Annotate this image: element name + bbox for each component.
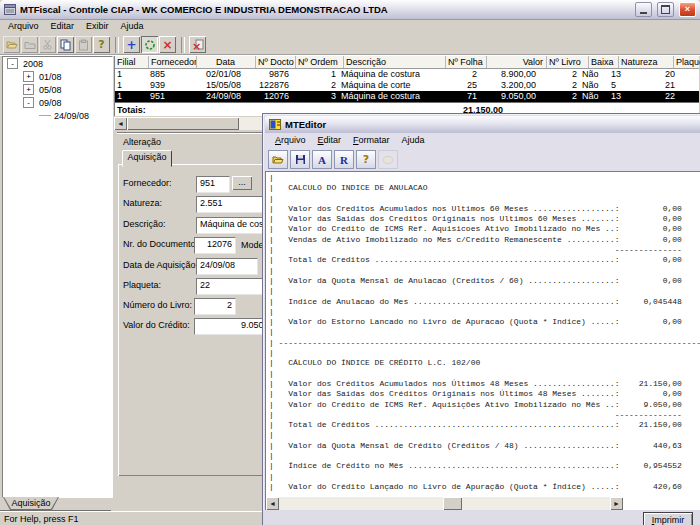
collapse-icon[interactable]: -	[7, 58, 18, 69]
bottom-tab-aquisicao[interactable]: Aquisição	[3, 497, 59, 510]
column-header-5[interactable]: Descrição	[344, 56, 446, 68]
editor-icon	[269, 119, 281, 130]
column-header-1[interactable]: Fornecedor	[149, 56, 197, 68]
documents-grid: FilialFornecedorDataNº DoctoNº OrdemDesc…	[114, 56, 699, 116]
table-row[interactable]: 195124/09/08120763Máquina de costura719.…	[115, 91, 699, 102]
cell: 22	[663, 91, 700, 102]
column-header-7[interactable]: Valor	[487, 56, 547, 68]
cell: 20	[663, 69, 700, 80]
tree-item-2008[interactable]: -2008	[3, 57, 112, 70]
tree-item-09-08[interactable]: -09/08	[3, 96, 112, 109]
field-fornecedor[interactable]: 951	[196, 176, 230, 193]
field-label: Natureza:	[123, 198, 162, 208]
cell: 13	[609, 69, 663, 80]
help-icon[interactable]: ?	[93, 36, 110, 53]
column-header-10[interactable]: Natureza	[619, 56, 674, 68]
browse-button[interactable]: ...	[232, 176, 252, 190]
column-header-9[interactable]: Baixa	[589, 56, 619, 68]
scroll-thumb[interactable]	[443, 497, 462, 510]
add-icon[interactable]: +	[123, 36, 140, 53]
tree-label: 09/08	[39, 98, 62, 108]
editor-titlebar[interactable]: MTEditor	[265, 116, 700, 133]
font-r-icon[interactable]: R	[334, 150, 354, 169]
key-icon[interactable]: ?	[356, 150, 376, 169]
column-header-6[interactable]: Nº Folha	[446, 56, 487, 68]
editor-hscrollbar[interactable]: ◄ ►	[266, 497, 623, 510]
open-icon[interactable]	[3, 36, 20, 53]
folder-icon[interactable]	[21, 36, 38, 53]
edit-circle-icon[interactable]	[141, 36, 158, 53]
editor-bottom-panel: Imprimir	[263, 510, 700, 525]
column-header-2[interactable]: Data	[197, 56, 256, 68]
editor-title: MTEditor	[285, 119, 326, 130]
tree-label: 2008	[23, 59, 43, 69]
field-númerodolivro[interactable]: 2	[194, 298, 236, 315]
close-button[interactable]: ×	[679, 2, 696, 17]
expand-icon[interactable]: +	[23, 84, 34, 95]
collapse-icon[interactable]: -	[23, 97, 34, 108]
cell: 122876	[253, 80, 292, 91]
tab-aquisicao[interactable]: Aquisição	[122, 150, 172, 167]
tree-item-01-08[interactable]: +01/08	[3, 70, 112, 83]
scroll-right-icon[interactable]: ►	[610, 497, 623, 510]
editor-menu-item-arquivo[interactable]: Arquivo	[269, 134, 312, 148]
table-row[interactable]: 188502/01/0898761Máquina de costura28.90…	[115, 69, 699, 80]
cell: Máquina de costura	[339, 69, 440, 80]
delete-doc-icon[interactable]: ×	[189, 36, 206, 53]
svg-text:×: ×	[192, 40, 201, 51]
column-header-4[interactable]: Nº Ordem	[296, 56, 344, 68]
cell: 885	[148, 69, 195, 80]
table-row[interactable]: 193915/05/081228762Máquina de corte253.2…	[115, 80, 699, 91]
editor-menu-item-formatar[interactable]: Formatar	[347, 134, 396, 148]
cell: 951	[148, 91, 195, 102]
column-header-8[interactable]: Nº Livro	[547, 56, 589, 68]
column-header-3[interactable]: Nº Docto	[256, 56, 296, 68]
open-icon[interactable]	[268, 150, 288, 169]
font-a-icon[interactable]: A	[312, 150, 332, 169]
bulb-icon[interactable]	[378, 150, 398, 169]
editor-textarea[interactable]: | | CALCULO DO INDICE DE ANULACAO | | Va…	[265, 171, 700, 511]
scroll-thumb[interactable]	[127, 117, 239, 130]
period-tree[interactable]: -2008+01/08+05/08-09/0824/09/08	[2, 56, 113, 498]
editor-menu-item-ajuda[interactable]: Ajuda	[396, 134, 431, 148]
grid-body: 188502/01/0898761Máquina de costura28.90…	[115, 69, 699, 102]
scroll-left-icon[interactable]: ◄	[266, 497, 279, 510]
copy-icon[interactable]	[57, 36, 74, 53]
cell: 9.050,00	[480, 91, 539, 102]
cell: 24/09/08	[195, 91, 253, 102]
cell: 3	[292, 91, 339, 102]
main-titlebar[interactable]: MTFiscal - Controle CIAP - WK COMERCIO E…	[0, 0, 700, 20]
tree-item-24-09-08[interactable]: 24/09/08	[3, 109, 112, 122]
menu-item-editar[interactable]: Editar	[45, 20, 81, 34]
scroll-left-icon[interactable]: ◄	[114, 117, 127, 130]
paste-icon[interactable]	[75, 36, 92, 53]
toolbar-separator	[181, 37, 185, 53]
totals-label: Totais:	[115, 105, 230, 116]
print-button[interactable]: Imprimir	[643, 512, 693, 525]
editor-toolbar: AR?	[265, 149, 700, 170]
field-datadeaquisição[interactable]: 24/09/08	[196, 258, 258, 275]
expand-icon[interactable]: +	[23, 71, 34, 82]
save-icon[interactable]	[290, 150, 310, 169]
field-label: Fornecedor:	[123, 178, 172, 188]
menu-item-arquivo[interactable]: Arquivo	[2, 20, 45, 34]
menu-item-exibir[interactable]: Exibir	[80, 20, 115, 34]
cut-icon[interactable]	[39, 36, 56, 53]
editor-menu-item-editar[interactable]: Editar	[312, 134, 348, 148]
cell: 12076	[253, 91, 292, 102]
menu-item-ajuda[interactable]: Ajuda	[115, 20, 150, 34]
cell: 1	[115, 80, 148, 91]
cell: 21	[663, 80, 700, 91]
delete-icon[interactable]: ×	[159, 36, 176, 53]
field-label: Plaqueta:	[123, 280, 161, 290]
column-header-11[interactable]: Plaqueta	[674, 56, 700, 68]
tree-item-05-08[interactable]: +05/08	[3, 83, 112, 96]
cell: 25	[440, 80, 480, 91]
minimize-button[interactable]	[635, 2, 652, 17]
column-header-0[interactable]: Filial	[115, 56, 149, 68]
field-nrdodocumento[interactable]: 12076	[194, 237, 236, 254]
field-label: Descrição:	[123, 219, 166, 229]
cell: 8.900,00	[480, 69, 539, 80]
restore-button[interactable]	[657, 2, 674, 17]
cell: 1	[115, 69, 148, 80]
